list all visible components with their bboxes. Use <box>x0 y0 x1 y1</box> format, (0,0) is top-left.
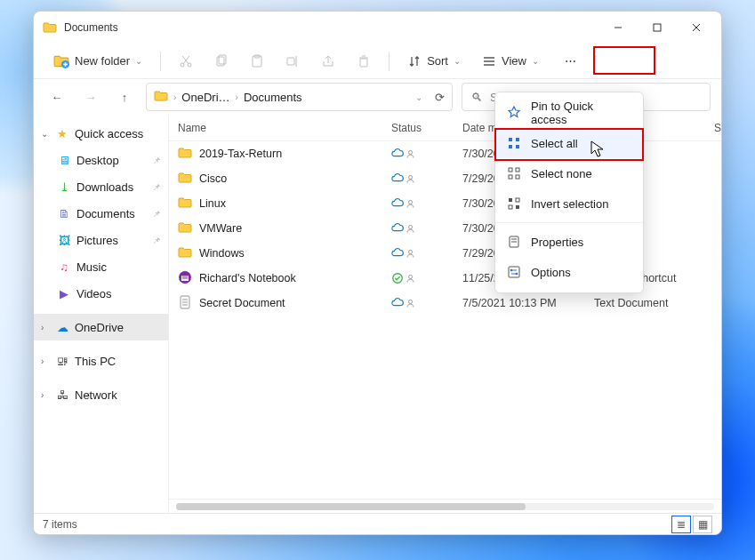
col-name[interactable]: Name <box>169 122 391 134</box>
sidebar-this-pc[interactable]: ›🖳This PC <box>34 348 168 374</box>
sort-label: Sort <box>427 54 448 68</box>
breadcrumb-documents[interactable]: Documents <box>244 91 302 104</box>
sort-button[interactable]: Sort ⌄ <box>398 46 470 76</box>
col-size[interactable]: S <box>714 122 721 134</box>
svg-rect-37 <box>516 138 519 141</box>
svg-rect-46 <box>509 205 512 209</box>
horizontal-scrollbar[interactable] <box>169 499 721 513</box>
view-button[interactable]: View ⌄ <box>473 46 548 76</box>
star-icon <box>506 105 522 121</box>
svg-line-9 <box>183 56 189 64</box>
options-icon <box>506 264 522 280</box>
svg-point-52 <box>510 269 513 272</box>
svg-rect-41 <box>516 168 519 172</box>
back-button[interactable]: ← <box>44 84 69 109</box>
rename-button[interactable] <box>277 46 309 76</box>
sidebar-item-label: This PC <box>75 355 116 368</box>
folder-icon <box>178 146 192 163</box>
sidebar-onedrive[interactable]: ›☁OneDrive <box>34 314 168 340</box>
maximize-button[interactable] <box>638 14 677 41</box>
chevron-down-icon: ⌄ <box>135 56 142 66</box>
address-dropdown-icon[interactable]: ⌄ <box>415 92 422 102</box>
svg-point-30 <box>408 275 412 278</box>
file-row[interactable]: Secret Document7/5/2021 10:13 PMText Doc… <box>169 291 721 316</box>
forward-button[interactable]: → <box>78 84 103 109</box>
svg-rect-1 <box>654 24 661 31</box>
titlebar-title: Documents <box>64 21 598 34</box>
sidebar-network[interactable]: ›🖧Network <box>34 381 168 408</box>
quick-access-label: Quick access <box>75 127 143 140</box>
menu-item-select-none[interactable]: Select none <box>495 158 643 188</box>
file-name: 2019-Tax-Return <box>199 148 282 160</box>
new-folder-button[interactable]: New folder ⌄ <box>44 46 151 76</box>
breadcrumb-onedrive[interactable]: OneDri…› <box>181 91 238 104</box>
chevron-right-icon[interactable]: › <box>173 92 176 102</box>
menu-item-select-all[interactable]: Select all <box>495 128 643 158</box>
sidebar-item-videos[interactable]: ▶Videos <box>34 280 168 307</box>
svg-rect-43 <box>516 175 519 179</box>
share-button[interactable] <box>312 46 344 76</box>
thumbnails-view-button[interactable]: ▦ <box>693 516 712 533</box>
sidebar: ⌄ ★ Quick access 🖥Desktop📌︎ ⤓Downloads📌︎… <box>34 115 169 513</box>
sidebar-item-desktop[interactable]: 🖥Desktop📌︎ <box>34 147 168 173</box>
new-folder-icon <box>53 53 69 69</box>
svg-point-24 <box>408 175 412 179</box>
onedrive-icon: ☁ <box>55 320 69 334</box>
pictures-icon: 🖼 <box>57 233 71 247</box>
chevron-right-icon[interactable]: › <box>41 323 50 332</box>
col-status[interactable]: Status <box>391 122 462 134</box>
menu-item-options[interactable]: Options <box>495 257 643 287</box>
svg-line-10 <box>182 56 189 64</box>
svg-rect-36 <box>509 138 512 141</box>
copy-button[interactable] <box>205 46 237 76</box>
file-status <box>391 297 462 309</box>
folder-icon <box>178 171 192 188</box>
menu-item-pin-to-quick-access[interactable]: Pin to Quick access <box>495 98 643 128</box>
cut-button[interactable] <box>170 46 202 76</box>
sidebar-item-label: Network <box>75 388 117 402</box>
svg-rect-42 <box>509 175 512 179</box>
textdoc-icon <box>178 295 192 312</box>
folder-icon <box>178 220 192 237</box>
notebook-icon <box>178 270 192 287</box>
address-bar[interactable]: › OneDri…› Documents ⌄ ⟳ <box>146 83 453 111</box>
pin-icon: 📌︎ <box>152 236 161 245</box>
menu-item-invert-selection[interactable]: Invert selection <box>495 188 643 219</box>
file-name: Cisco <box>199 172 227 185</box>
sidebar-item-pictures[interactable]: 🖼Pictures📌︎ <box>34 227 168 253</box>
videos-icon: ▶ <box>57 286 71 300</box>
details-view-button[interactable]: ≣ <box>671 516 691 533</box>
menu-item-label: Properties <box>531 236 583 249</box>
chevron-down-icon[interactable]: ⌄ <box>41 129 50 139</box>
svg-point-26 <box>408 225 412 228</box>
menu-item-label: Invert selection <box>531 197 608 211</box>
more-button[interactable]: ⋯ <box>555 46 587 76</box>
svg-rect-15 <box>287 58 294 65</box>
chevron-right-icon[interactable]: › <box>41 390 50 400</box>
sidebar-item-documents[interactable]: 🗎Documents📌︎ <box>34 200 168 227</box>
star-icon: ★ <box>55 126 69 140</box>
refresh-button[interactable]: ⟳ <box>435 91 445 104</box>
up-button[interactable]: ↑ <box>112 84 137 109</box>
status-bar: 7 items ≣ ▦ <box>34 513 721 534</box>
sidebar-item-label: Pictures <box>76 234 118 247</box>
more-menu: Pin to Quick accessSelect allSelect none… <box>494 92 644 293</box>
delete-button[interactable] <box>348 46 380 76</box>
menu-item-properties[interactable]: Properties <box>495 227 643 257</box>
paste-button[interactable] <box>241 46 273 76</box>
file-status <box>391 148 462 160</box>
file-status <box>391 222 462 235</box>
close-button[interactable] <box>677 14 716 41</box>
file-name: Windows <box>199 247 245 260</box>
desktop-icon: 🖥 <box>57 153 71 167</box>
sidebar-item-music[interactable]: ♫Music <box>34 253 168 280</box>
sidebar-quick-access[interactable]: ⌄ ★ Quick access <box>34 120 168 147</box>
view-label: View <box>502 54 526 68</box>
download-icon: ⤓ <box>57 180 71 194</box>
chevron-right-icon[interactable]: › <box>41 356 50 366</box>
sidebar-item-label: Videos <box>76 287 112 300</box>
minimize-button[interactable] <box>598 14 638 41</box>
sidebar-item-downloads[interactable]: ⤓Downloads📌︎ <box>34 173 168 200</box>
svg-rect-47 <box>516 205 519 209</box>
file-status <box>391 172 462 185</box>
